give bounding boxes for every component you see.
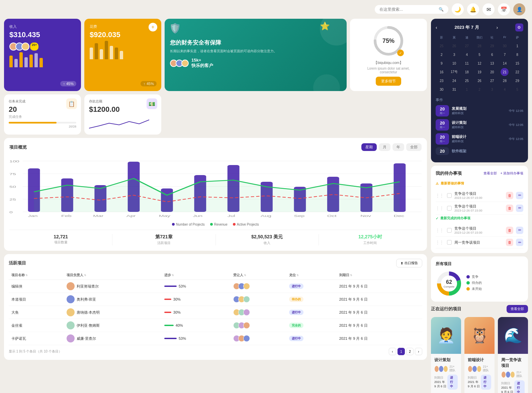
filter-week-btn[interactable]: 星期 [361, 143, 377, 151]
todo-edit-btn[interactable]: ✏ [516, 192, 523, 199]
drag-icon[interactable]: ⋮⋮ [436, 193, 444, 198]
col-date[interactable]: 到期日⇅ [337, 271, 422, 280]
calendar-day[interactable]: 23 [438, 77, 446, 85]
calendar-day[interactable]: 7 [501, 51, 509, 59]
calendar-day[interactable]: 5 [475, 51, 483, 59]
team-label: 21+ 团队 [483, 365, 491, 373]
calendar-day[interactable]: 1 [463, 85, 471, 93]
add-todo-btn[interactable]: + 添加待办事项 [500, 171, 523, 176]
calendar-day[interactable]: 4 [463, 51, 471, 59]
todo-actions[interactable]: 查看全部 + 添加待办事项 [483, 171, 523, 176]
calendar-day[interactable]: 11 [463, 59, 471, 67]
event-date: 20 [436, 147, 449, 155]
calendar-day[interactable]: 14 [501, 59, 509, 67]
calendar-day[interactable]: 26 [450, 42, 458, 50]
calendar-day[interactable]: 12 [475, 59, 483, 67]
calendar-day[interactable]: 5 [513, 85, 521, 93]
owner-avatar [67, 295, 75, 303]
moon-icon-btn[interactable]: 🌙 [452, 3, 464, 15]
view-all-running-btn[interactable]: 查看全部 [507, 305, 528, 313]
cell-assignees [231, 280, 286, 293]
calendar-day[interactable]: 2 [475, 85, 483, 93]
calendar-day[interactable]: 6 [488, 51, 496, 59]
calendar-icon-btn[interactable]: 📅 [498, 3, 510, 15]
todo-delete-btn[interactable]: 🗑 [506, 239, 513, 246]
calendar-day[interactable]: 15 [513, 59, 521, 67]
drag-icon[interactable]: ⋮⋮ [436, 228, 444, 233]
calendar-day[interactable]: 27 [463, 42, 471, 50]
mail-icon-btn[interactable]: ✉ [482, 3, 495, 15]
calendar-day[interactable]: 28 [475, 42, 483, 50]
todo-delete-btn[interactable]: 🗑 [506, 205, 513, 212]
next-page-btn[interactable]: › [415, 348, 422, 355]
calendar-day[interactable]: 29 [488, 42, 496, 50]
owner-avatar [67, 321, 75, 329]
calendar-day[interactable]: 17号 [450, 68, 458, 76]
todo-edit-btn[interactable]: ✏ [516, 239, 523, 246]
calendar-day[interactable]: 24 [450, 77, 458, 85]
expense-add-btn[interactable]: + [149, 23, 157, 31]
calendar-day[interactable]: 29 [513, 77, 521, 85]
calendar-day[interactable]: 18 [463, 68, 471, 76]
filter-all-btn[interactable]: 全部 [406, 143, 422, 151]
todo-checkbox[interactable] [447, 206, 452, 211]
col-owner[interactable]: 项目负责人⇅ [64, 271, 162, 280]
todo-delete-btn[interactable]: 🗑 [506, 227, 513, 234]
calendar-day[interactable]: 25 [438, 42, 446, 50]
expense-card: 花费 $920.035 + ↑ 45% [84, 19, 161, 91]
avatar [506, 371, 510, 378]
calendar-day[interactable]: 16 [438, 68, 446, 76]
todo-delete-btn[interactable]: 🗑 [506, 192, 513, 199]
col-progress[interactable]: 进步⇅ [162, 271, 231, 280]
calendar-day[interactable]: 10 [450, 59, 458, 67]
page-2-btn[interactable]: 2 [406, 348, 414, 355]
col-status[interactable]: 龙位⇅ [286, 271, 337, 280]
filter-year-btn[interactable]: 年 [392, 143, 404, 151]
calendar-day[interactable]: 22 [513, 68, 521, 76]
page-1-btn[interactable]: 1 [397, 348, 405, 355]
calendar-day[interactable]: 3 [450, 51, 458, 59]
calendar-day[interactable]: 8 [513, 51, 521, 59]
drag-icon[interactable]: ⋮⋮ [436, 206, 444, 211]
calendar-day[interactable]: 21 [501, 68, 509, 76]
calendar-day[interactable]: 1 [513, 42, 521, 50]
export-report-btn[interactable]: ⬆ 出口报告 [396, 259, 422, 267]
calendar-day[interactable]: 31 [450, 85, 458, 93]
calendar-day[interactable]: 30 [438, 85, 446, 93]
circular-card: 75% ✓ 【biqubiqu.com】 Lorem ipsum dolor s… [350, 19, 427, 91]
calendar-day[interactable]: 30 [501, 42, 509, 50]
calendar-day[interactable]: 4 [501, 85, 509, 93]
todo-checkbox[interactable] [447, 228, 452, 233]
search-input[interactable] [379, 7, 436, 12]
calendar-day[interactable]: 26 [475, 77, 483, 85]
calendar-day[interactable]: 25 [463, 77, 471, 85]
todo-checkbox[interactable] [447, 193, 452, 198]
col-assignee[interactable]: 受让人⇅ [231, 271, 286, 280]
calendar-day[interactable]: 28 [501, 77, 509, 85]
cal-prev-btn[interactable]: ‹ [436, 25, 437, 30]
calendar-day[interactable]: 2 [438, 51, 446, 59]
col-name[interactable]: 项目名称⇅ [9, 271, 64, 280]
cal-next-btn[interactable]: › [496, 25, 498, 30]
todo-date: 2023-12-26 07:15:00 [454, 231, 503, 234]
more-details-btn[interactable]: 更多细节 [376, 77, 401, 86]
event-item: 20 软件框架 [436, 147, 523, 155]
todo-edit-btn[interactable]: ✏ [516, 227, 523, 234]
calendar-day[interactable]: 9 [438, 59, 446, 67]
calendar-day[interactable]: 13 [488, 59, 496, 67]
todo-edit-btn[interactable]: ✏ [516, 205, 523, 212]
todo-checkbox[interactable] [447, 240, 452, 245]
calendar-day[interactable]: 19 [475, 68, 483, 76]
calendar-day[interactable]: 20 [488, 68, 496, 76]
drag-icon[interactable]: ⋮⋮ [436, 240, 444, 245]
user-avatar[interactable]: 👤 [513, 3, 525, 15]
calendar-day[interactable]: 27 [488, 77, 496, 85]
project-thumbnail: 🧑‍💼 [431, 317, 461, 354]
calendar-settings-btn[interactable]: ⚙ [515, 23, 523, 31]
view-all-todo-btn[interactable]: 查看全部 [483, 171, 497, 176]
bell-icon-btn[interactable]: 🔔 [467, 3, 479, 15]
prev-page-btn[interactable]: ‹ [389, 348, 396, 355]
search-box[interactable]: 🔍 [375, 5, 448, 14]
filter-month-btn[interactable]: 月 [379, 143, 390, 151]
calendar-day[interactable]: 3 [488, 85, 496, 93]
